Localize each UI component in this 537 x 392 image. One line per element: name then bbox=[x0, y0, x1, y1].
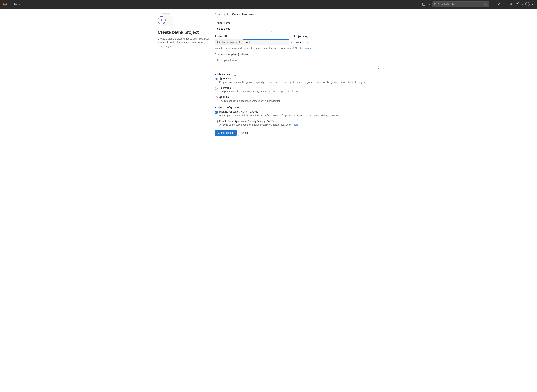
slash-separator: / bbox=[289, 39, 294, 45]
project-url-label: Project URL bbox=[215, 35, 289, 38]
breadcrumb-current: Create blank project bbox=[232, 13, 256, 16]
create-new-dropdown[interactable] bbox=[428, 2, 431, 7]
help-icon[interactable]: ? bbox=[233, 73, 236, 76]
create-project-button[interactable]: Create project bbox=[215, 130, 237, 136]
search-input[interactable] bbox=[438, 3, 483, 6]
top-header: Menu / bbox=[0, 0, 537, 9]
visibility-private[interactable]: Private Project access must be granted e… bbox=[215, 77, 379, 84]
sidebar: + Create blank project Create a blank pr… bbox=[158, 13, 209, 136]
readme-option[interactable]: Initialize repository with a README Allo… bbox=[215, 110, 379, 117]
sidebar-project-icon: + bbox=[158, 13, 172, 27]
user-avatar[interactable] bbox=[525, 2, 530, 6]
project-name-label: Project name bbox=[215, 21, 379, 24]
readme-checkbox[interactable] bbox=[215, 111, 218, 113]
visibility-public-radio[interactable] bbox=[215, 97, 218, 99]
issues-button[interactable] bbox=[490, 2, 495, 7]
visibility-private-radio[interactable] bbox=[215, 78, 218, 80]
url-prefix: http://gitlab.k8s.local/ bbox=[215, 39, 242, 45]
sidebar-description: Create a blank project to house your fil… bbox=[158, 37, 209, 48]
search-box[interactable]: / bbox=[432, 1, 489, 7]
hamburger-icon bbox=[10, 3, 13, 5]
breadcrumb-parent[interactable]: New project bbox=[215, 13, 228, 16]
sast-option[interactable]: Enable Static Application Security Testi… bbox=[215, 120, 379, 127]
namespace-select[interactable]: root bbox=[243, 40, 289, 45]
description-textarea[interactable] bbox=[215, 57, 379, 69]
project-name-input[interactable] bbox=[215, 26, 272, 32]
breadcrumb: New project Create blank project bbox=[215, 13, 379, 18]
menu-label: Menu bbox=[14, 3, 20, 6]
visibility-label: Visibility Level ? bbox=[215, 73, 379, 76]
plus-icon: + bbox=[158, 16, 166, 24]
sast-learn-more-link[interactable]: Learn more. bbox=[286, 123, 299, 126]
visibility-internal[interactable]: Internal The project can be accessed by … bbox=[215, 87, 379, 93]
sidebar-title: Create blank project bbox=[158, 30, 209, 35]
merge-requests-button[interactable] bbox=[497, 2, 502, 7]
sast-checkbox[interactable] bbox=[215, 120, 218, 123]
group-hint: Want to house several dependent projects… bbox=[215, 47, 379, 50]
merge-requests-dropdown[interactable] bbox=[503, 2, 506, 7]
create-new-button[interactable] bbox=[421, 2, 426, 7]
search-kbd-hint: / bbox=[484, 3, 487, 6]
visibility-internal-radio[interactable] bbox=[215, 87, 218, 90]
svg-point-3 bbox=[498, 3, 499, 4]
chevron-right-icon bbox=[229, 13, 231, 15]
search-icon bbox=[434, 3, 437, 6]
gitlab-logo[interactable] bbox=[3, 2, 7, 6]
svg-rect-8 bbox=[220, 78, 222, 80]
help-button[interactable] bbox=[514, 2, 519, 7]
shield-icon bbox=[219, 87, 222, 89]
project-slug-label: Project slug bbox=[294, 35, 379, 38]
svg-point-4 bbox=[498, 5, 499, 5]
svg-point-1 bbox=[434, 3, 436, 5]
menu-button[interactable]: Menu bbox=[9, 2, 22, 6]
visibility-public[interactable]: Public The project can be accessed witho… bbox=[215, 96, 379, 103]
globe-icon bbox=[219, 96, 222, 99]
todos-button[interactable] bbox=[508, 2, 513, 7]
svg-rect-2 bbox=[492, 3, 494, 5]
main-content: New project Create blank project Project… bbox=[215, 13, 379, 136]
create-group-link[interactable]: Create a group. bbox=[295, 47, 312, 50]
user-dropdown[interactable] bbox=[531, 2, 534, 7]
cancel-button[interactable]: Cancel bbox=[238, 130, 252, 136]
svg-point-5 bbox=[500, 5, 500, 5]
description-label: Project description (optional) bbox=[215, 53, 379, 56]
lock-icon bbox=[219, 77, 222, 80]
project-slug-input[interactable] bbox=[294, 39, 379, 45]
help-dropdown[interactable] bbox=[521, 2, 524, 7]
config-label: Project Configuration bbox=[215, 106, 379, 109]
